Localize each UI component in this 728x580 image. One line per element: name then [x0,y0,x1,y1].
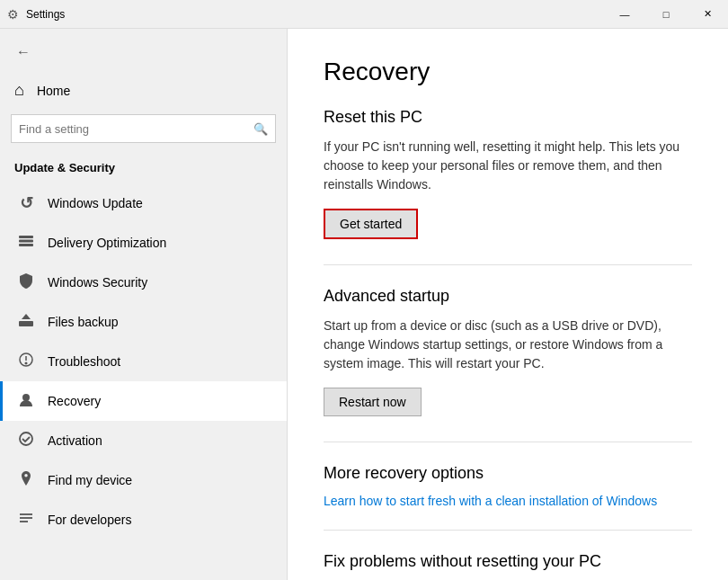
windows-update-icon: ↺ [17,193,35,213]
titlebar-title: Settings [26,8,65,21]
sidebar-item-home[interactable]: ⌂ Home [0,72,287,109]
svg-point-9 [20,433,32,445]
sidebar-item-activation[interactable]: Activation [0,421,287,460]
titlebar-controls: — □ ✕ [604,0,728,29]
for-developers-icon [17,510,35,530]
search-box[interactable]: 🔍 [11,114,276,143]
svg-marker-4 [22,314,31,319]
sidebar-item-label: Files backup [48,315,119,329]
home-label: Home [37,84,70,98]
sidebar-item-windows-security[interactable]: Windows Security [0,263,287,302]
search-icon[interactable]: 🔍 [253,122,268,136]
advanced-startup-description: Start up from a device or disc (such as … [324,317,692,373]
page-title: Recovery [324,58,692,86]
windows-security-icon [17,272,35,292]
get-started-button[interactable]: Get started [324,209,418,239]
divider-3 [324,530,692,531]
sidebar-item-label: Delivery Optimization [48,236,166,250]
sidebar-item-label: For developers [48,513,131,527]
svg-point-7 [25,362,27,364]
maximize-button[interactable]: □ [645,0,687,29]
back-button[interactable]: ← [11,40,36,65]
sidebar-nav-top: ← [0,29,287,72]
more-recovery-title: More recovery options [324,464,692,483]
sidebar-section-title: Update & Security [0,154,287,183]
app-body: ← ⌂ Home 🔍 Update & Security ↺ Windows U… [0,29,728,580]
sidebar-item-recovery[interactable]: Recovery [0,381,287,421]
sidebar-item-for-developers[interactable]: For developers [0,500,287,540]
sidebar-item-windows-update[interactable]: ↺ Windows Update [0,183,287,223]
close-button[interactable]: ✕ [687,0,728,29]
svg-rect-0 [19,236,33,238]
sidebar-item-label: Find my device [48,473,132,487]
reset-pc-description: If your PC isn't running well, resetting… [324,138,692,194]
sidebar-item-label: Windows Update [48,196,143,210]
svg-rect-3 [19,321,33,326]
sidebar-item-find-my-device[interactable]: Find my device [0,460,287,500]
sidebar-item-label: Activation [48,433,102,448]
divider-1 [324,264,692,265]
settings-icon: ⚙ [7,7,19,22]
sidebar-item-label: Troubleshoot [48,354,120,369]
sidebar-item-files-backup[interactable]: Files backup [0,302,287,342]
svg-rect-2 [19,244,33,246]
home-icon: ⌂ [14,81,24,100]
sidebar: ← ⌂ Home 🔍 Update & Security ↺ Windows U… [0,29,288,580]
files-backup-icon [17,312,35,332]
find-my-device-icon [17,470,35,490]
troubleshoot-icon [17,352,35,371]
main-content: Recovery Reset this PC If your PC isn't … [288,29,728,580]
sidebar-item-delivery-optimization[interactable]: Delivery Optimization [0,223,287,263]
titlebar: ⚙ Settings — □ ✕ [0,0,728,29]
svg-rect-1 [19,240,33,243]
delivery-optimization-icon [17,233,35,253]
search-input[interactable] [19,122,253,136]
sidebar-item-label: Windows Security [48,275,147,290]
restart-now-button[interactable]: Restart now [324,388,422,416]
svg-point-8 [22,394,30,401]
divider-2 [324,442,692,442]
sidebar-item-troubleshoot[interactable]: Troubleshoot [0,342,287,381]
minimize-button[interactable]: — [604,0,645,29]
fix-problems-title: Fix problems without resetting your PC [324,552,692,571]
activation-icon [17,431,35,451]
sidebar-item-label: Recovery [48,394,101,408]
recovery-icon [17,391,35,411]
titlebar-left: ⚙ Settings [7,7,65,22]
reset-pc-title: Reset this PC [324,108,692,127]
clean-install-link[interactable]: Learn how to start fresh with a clean in… [324,494,657,508]
advanced-startup-title: Advanced startup [324,287,692,306]
